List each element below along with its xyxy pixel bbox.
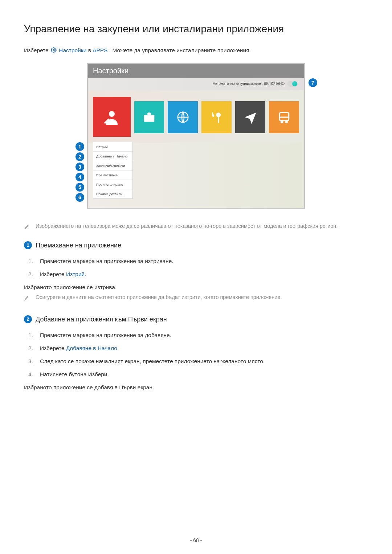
- briefcase-icon: [142, 110, 156, 124]
- pencil-icon: [24, 224, 30, 230]
- intro-paragraph: Изберете Настройки в APPS . Можете да уп…: [24, 47, 368, 54]
- callout-6: 6: [75, 193, 84, 202]
- section2-steps: 1. Преместете маркера на приложение за д…: [28, 332, 368, 378]
- step: 2. Изберете Изтрий.: [28, 271, 368, 278]
- note-delete-data: Осигурете и данните на съответното прило…: [24, 294, 368, 301]
- step-num: 1.: [28, 258, 35, 264]
- step-body: Изберете Изтрий.: [40, 271, 86, 278]
- callout-5: 5: [75, 183, 84, 192]
- step-num: 4.: [28, 371, 35, 378]
- svg-rect-6: [218, 117, 219, 123]
- context-menu[interactable]: Изтрий Добавяне в Начало Заключи/Отключи…: [93, 142, 133, 199]
- menu-delete[interactable]: Изтрий: [93, 142, 132, 152]
- step-num: 2.: [28, 271, 35, 278]
- note-text: Изображението на телевизора може да се р…: [36, 223, 338, 230]
- section1-head: 1 Премахване на приложение: [24, 241, 368, 249]
- person-icon: [103, 108, 121, 126]
- auto-update-label: Автоматично актуализиране : ВКЛЮЧЕНО: [213, 82, 285, 86]
- bus-icon: [277, 110, 291, 124]
- callout-1: 1: [75, 142, 84, 151]
- section2-num: 2: [24, 315, 32, 323]
- app-tile-bus[interactable]: [269, 101, 299, 133]
- plane-icon: [244, 110, 257, 124]
- step-num: 2.: [28, 345, 35, 352]
- svg-point-10: [285, 121, 287, 123]
- app-tile-food[interactable]: [201, 101, 232, 133]
- step: 1. Преместете маркера на приложение за д…: [28, 332, 368, 338]
- page-title: Управление на закупени или инсталирани п…: [24, 23, 368, 35]
- svg-point-9: [281, 121, 283, 123]
- svg-rect-3: [144, 118, 155, 119]
- section1-num: 1: [24, 241, 32, 249]
- svg-point-1: [109, 111, 115, 117]
- menu-details[interactable]: Покажи детайли: [93, 189, 132, 198]
- menu-add-home[interactable]: Добавяне в Начало: [93, 152, 132, 161]
- add-home-link: Добавяне в Начало: [66, 345, 117, 351]
- app-tile-globe[interactable]: [168, 101, 198, 133]
- step-text: Натиснете бутона Избери.: [40, 371, 109, 378]
- settings-link: Настройки: [59, 47, 86, 53]
- step: 1. Преместете маркера на приложение за и…: [28, 258, 368, 264]
- callout-7: 7: [309, 78, 317, 87]
- callout-3: 3: [75, 163, 84, 171]
- delete-link: Изтрий: [66, 271, 85, 277]
- auto-update-toggle[interactable]: [287, 81, 298, 87]
- section2-head: 2 Добавяне на приложения към Първи екран: [24, 315, 368, 323]
- callout-4: 4: [75, 173, 84, 181]
- tv-title: Настройки: [88, 64, 304, 78]
- note-image-differ: Изображението на телевизора може да се р…: [24, 223, 368, 230]
- globe-icon: [176, 110, 190, 124]
- step-num: 1.: [28, 332, 35, 338]
- svg-point-0: [53, 49, 54, 51]
- utensils-icon: [210, 110, 224, 124]
- step-text: Преместете маркера на приложение за доба…: [40, 332, 171, 338]
- pencil-icon: [24, 295, 30, 301]
- apps-link: APPS: [93, 47, 107, 53]
- app-tile-briefcase[interactable]: [134, 101, 164, 133]
- intro-suffix: . Можете да управлявате инсталираните пр…: [109, 47, 251, 53]
- app-tile-user[interactable]: [93, 97, 131, 137]
- tv-screenshot: 7 1 2 3 4 5 6 Настройки Автоматично акту…: [87, 63, 305, 209]
- step-text: След като се покаже началният екран, пре…: [40, 358, 265, 365]
- menu-move[interactable]: Преместване: [93, 171, 132, 180]
- step-text: Преместете маркера на приложение за изтр…: [40, 258, 173, 264]
- section1-title: Премахване на приложение: [36, 242, 121, 249]
- step: 4. Натиснете бутона Избери.: [28, 371, 368, 378]
- intro-prefix: Изберете: [24, 47, 50, 53]
- intro-middle: в: [88, 47, 93, 53]
- svg-point-5: [216, 112, 221, 117]
- step: 3. След като се покаже началният екран, …: [28, 358, 368, 365]
- note-text: Осигурете и данните на съответното прило…: [36, 294, 282, 301]
- gear-icon: [51, 47, 57, 53]
- callout-2: 2: [75, 152, 84, 161]
- section1-steps: 1. Преместете маркера на приложение за и…: [28, 258, 368, 278]
- step-body: Изберете Добавяне в Начало.: [40, 345, 119, 352]
- page-number: - 68 -: [0, 537, 392, 543]
- app-tile-plane[interactable]: [235, 101, 265, 133]
- tv-topbar: Автоматично актуализиране : ВКЛЮЧЕНО: [88, 78, 304, 90]
- menu-lock[interactable]: Заключи/Отключи: [93, 161, 132, 171]
- menu-reinstall[interactable]: Преинсталиране: [93, 180, 132, 189]
- section1-result: Избраното приложение се изтрива.: [24, 284, 368, 291]
- section2-title: Добавяне на приложения към Първи екран: [36, 316, 167, 323]
- step-num: 3.: [28, 358, 35, 365]
- app-tiles-row: [88, 90, 304, 143]
- step: 2. Изберете Добавяне в Начало.: [28, 345, 368, 352]
- section2-result: Избраното приложение се добавя в Първи е…: [24, 384, 368, 391]
